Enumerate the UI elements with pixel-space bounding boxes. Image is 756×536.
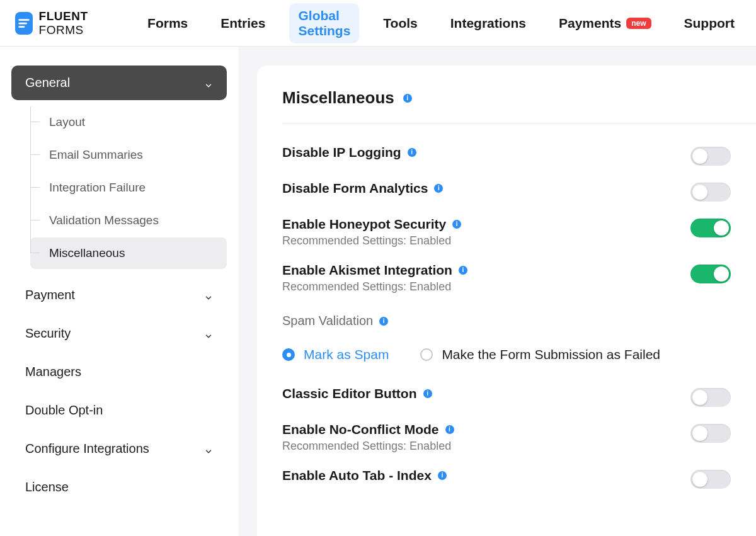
nav-payments-label: Payments bbox=[559, 16, 621, 31]
toggle-noconflict[interactable] bbox=[690, 424, 731, 443]
sidebar-item-miscellaneous[interactable]: Miscellaneous bbox=[30, 237, 227, 269]
setting-honeypot-label: Enable Honeypot Security bbox=[282, 217, 446, 232]
settings-sidebar: General Layout Email Summaries Integrati… bbox=[0, 47, 238, 536]
info-icon[interactable]: i bbox=[403, 94, 412, 103]
sidebar-cat-managers[interactable]: Managers bbox=[11, 355, 227, 389]
setting-disable-ip-logging: Disable IP Logging i bbox=[282, 136, 731, 172]
setting-honeypot-recommended: Recommended Settings: Enabled bbox=[282, 234, 690, 248]
setting-akismet: Enable Akismet Integration i Recommended… bbox=[282, 254, 731, 300]
radio-submission-failed-label: Make the Form Submission as Failed bbox=[442, 347, 660, 362]
sidebar-cat-managers-label: Managers bbox=[25, 365, 81, 379]
toggle-disable-ip-logging[interactable] bbox=[690, 147, 731, 166]
brand[interactable]: FLUENT FORMS bbox=[15, 9, 113, 37]
nav-entries[interactable]: Entries bbox=[212, 11, 274, 36]
setting-classic-editor: Classic Editor Button i bbox=[282, 377, 731, 413]
setting-disable-analytics-label: Disable Form Analytics bbox=[282, 181, 428, 196]
sidebar-cat-payment[interactable]: Payment bbox=[11, 278, 227, 312]
info-icon[interactable]: i bbox=[379, 317, 388, 326]
top-nav: Forms Entries Global Settings Tools Inte… bbox=[139, 3, 743, 43]
nav-global-settings[interactable]: Global Settings bbox=[289, 3, 359, 43]
sidebar-cat-double-opt-in-label: Double Opt-in bbox=[25, 403, 103, 418]
toggle-honeypot[interactable] bbox=[690, 219, 731, 237]
brand-name: FLUENT FORMS bbox=[39, 9, 114, 37]
setting-auto-tab: Enable Auto Tab - Index i bbox=[282, 459, 731, 495]
sidebar-cat-configure-integrations[interactable]: Configure Integrations bbox=[11, 431, 227, 466]
radio-button-icon bbox=[282, 348, 295, 361]
page-title: Miscellaneous bbox=[282, 88, 394, 108]
info-icon[interactable]: i bbox=[423, 389, 432, 398]
sidebar-cat-configure-integrations-label: Configure Integrations bbox=[25, 442, 149, 456]
toggle-disable-analytics[interactable] bbox=[690, 183, 731, 202]
nav-forms[interactable]: Forms bbox=[139, 11, 197, 36]
setting-disable-analytics: Disable Form Analytics i bbox=[282, 172, 731, 208]
setting-noconflict-label: Enable No-Conflict Mode bbox=[282, 422, 439, 437]
chevron-down-icon bbox=[204, 329, 213, 338]
nav-integrations[interactable]: Integrations bbox=[442, 11, 535, 36]
sidebar-item-email-summaries[interactable]: Email Summaries bbox=[30, 139, 227, 171]
setting-akismet-recommended: Recommended Settings: Enabled bbox=[282, 280, 690, 294]
main-panel: Miscellaneous i Disable IP Logging i bbox=[238, 47, 756, 536]
info-icon[interactable]: i bbox=[445, 425, 454, 434]
nav-tools[interactable]: Tools bbox=[374, 11, 426, 36]
chevron-down-icon bbox=[204, 79, 213, 88]
radio-mark-as-spam-label: Mark as Spam bbox=[304, 347, 389, 362]
setting-disable-ip-label: Disable IP Logging bbox=[282, 145, 401, 160]
sidebar-cat-license-label: License bbox=[25, 480, 69, 494]
radio-mark-as-spam[interactable]: Mark as Spam bbox=[282, 347, 389, 362]
top-bar: FLUENT FORMS Forms Entries Global Settin… bbox=[0, 0, 756, 47]
sidebar-item-layout[interactable]: Layout bbox=[30, 106, 227, 138]
toggle-auto-tab[interactable] bbox=[690, 470, 731, 489]
setting-classic-editor-label: Classic Editor Button bbox=[282, 386, 417, 401]
chevron-down-icon bbox=[204, 445, 213, 453]
sidebar-sublist-general: Layout Email Summaries Integration Failu… bbox=[11, 106, 227, 269]
chevron-down-icon bbox=[204, 291, 213, 300]
sidebar-cat-security[interactable]: Security bbox=[11, 316, 227, 351]
toggle-classic-editor[interactable] bbox=[690, 388, 731, 407]
info-icon[interactable]: i bbox=[452, 220, 461, 229]
nav-support[interactable]: Support bbox=[675, 11, 743, 36]
sidebar-item-validation-messages[interactable]: Validation Messages bbox=[30, 205, 227, 236]
nav-payments[interactable]: Payments new bbox=[550, 11, 660, 36]
sidebar-cat-double-opt-in[interactable]: Double Opt-in bbox=[11, 393, 227, 428]
spam-validation-options: Mark as Spam Make the Form Submission as… bbox=[282, 347, 731, 362]
setting-noconflict: Enable No-Conflict Mode i Recommended Se… bbox=[282, 413, 731, 459]
brand-logo-icon bbox=[15, 12, 33, 35]
sidebar-item-integration-failure[interactable]: Integration Failure bbox=[30, 172, 227, 203]
sidebar-cat-license[interactable]: License bbox=[11, 470, 227, 505]
info-icon[interactable]: i bbox=[459, 266, 467, 275]
setting-akismet-label: Enable Akismet Integration bbox=[282, 263, 452, 278]
settings-card: Miscellaneous i Disable IP Logging i bbox=[257, 66, 756, 536]
sidebar-cat-security-label: Security bbox=[25, 326, 71, 341]
setting-noconflict-recommended: Recommended Settings: Enabled bbox=[282, 440, 690, 453]
nav-payments-new-badge: new bbox=[626, 18, 651, 29]
radio-button-icon bbox=[420, 348, 433, 361]
info-icon[interactable]: i bbox=[434, 184, 443, 193]
toggle-akismet[interactable] bbox=[690, 265, 731, 283]
setting-honeypot: Enable Honeypot Security i Recommended S… bbox=[282, 208, 731, 254]
page-title-row: Miscellaneous i bbox=[282, 88, 756, 123]
sidebar-cat-general-label: General bbox=[25, 76, 70, 90]
info-icon[interactable]: i bbox=[408, 148, 416, 157]
sidebar-cat-general[interactable]: General bbox=[11, 66, 227, 100]
spam-validation-label-row: Spam Validation i bbox=[282, 314, 388, 328]
info-icon[interactable]: i bbox=[438, 471, 447, 480]
spam-validation-label: Spam Validation bbox=[282, 314, 373, 328]
radio-submission-failed[interactable]: Make the Form Submission as Failed bbox=[420, 347, 660, 362]
setting-auto-tab-label: Enable Auto Tab - Index bbox=[282, 468, 432, 483]
sidebar-cat-payment-label: Payment bbox=[25, 288, 75, 302]
